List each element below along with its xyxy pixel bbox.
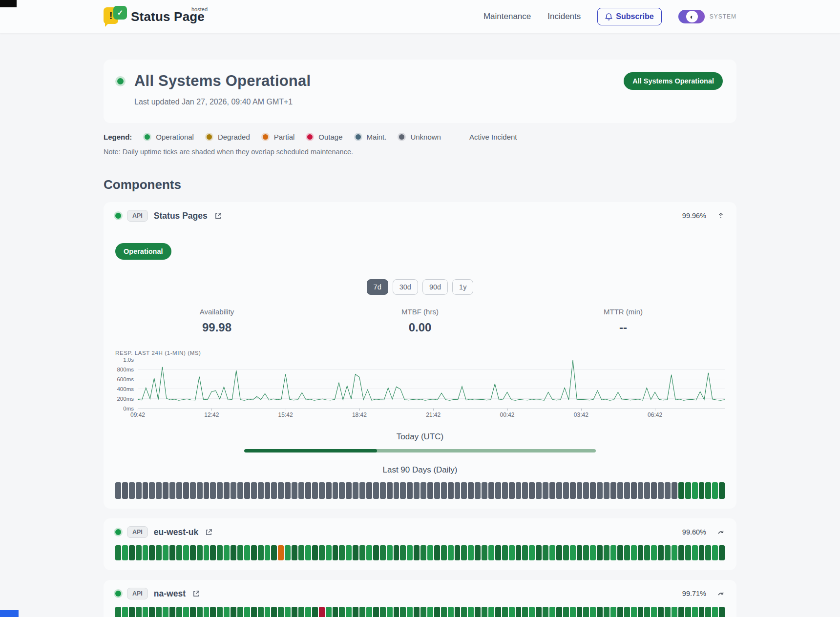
uptime-tick-operational[interactable] xyxy=(427,545,433,560)
uptime-tick-operational[interactable] xyxy=(359,545,365,560)
uptime-tick-unknown[interactable] xyxy=(441,482,447,499)
uptime-tick-unknown[interactable] xyxy=(305,482,311,499)
uptime-tick-unknown[interactable] xyxy=(394,482,399,499)
uptime-tick-operational[interactable] xyxy=(631,607,637,617)
uptime-tick-unknown[interactable] xyxy=(136,482,142,499)
brand-logo[interactable]: ! ✓ Status Page hosted xyxy=(104,6,205,27)
uptime-tick-operational[interactable] xyxy=(115,545,121,560)
uptime-tick-operational[interactable] xyxy=(712,545,718,560)
uptime-tick-operational[interactable] xyxy=(407,545,413,560)
uptime-tick-operational[interactable] xyxy=(590,545,596,560)
uptime-tick-operational[interactable] xyxy=(719,607,725,617)
uptime-tick-operational[interactable] xyxy=(509,545,515,560)
uptime-tick-unknown[interactable] xyxy=(516,482,522,499)
uptime-tick-operational[interactable] xyxy=(665,607,671,617)
uptime-tick-unknown[interactable] xyxy=(617,482,623,499)
uptime-tick-operational[interactable] xyxy=(353,607,358,617)
uptime-tick-operational[interactable] xyxy=(265,607,271,617)
uptime-tick-unknown[interactable] xyxy=(414,482,420,499)
uptime-tick-operational[interactable] xyxy=(237,545,243,560)
uptime-tick-operational[interactable] xyxy=(298,607,304,617)
uptime-tick-operational[interactable] xyxy=(326,607,332,617)
uptime-tick-operational[interactable] xyxy=(699,607,705,617)
range-button-7d[interactable]: 7d xyxy=(367,279,388,295)
uptime-tick-operational[interactable] xyxy=(163,545,168,560)
uptime-tick-operational[interactable] xyxy=(685,607,691,617)
uptime-tick-operational[interactable] xyxy=(237,607,243,617)
uptime-tick-operational[interactable] xyxy=(604,607,609,617)
range-button-90d[interactable]: 90d xyxy=(422,279,448,295)
uptime-tick-operational[interactable] xyxy=(563,545,569,560)
external-link-icon[interactable] xyxy=(205,529,212,536)
uptime-tick-operational[interactable] xyxy=(380,607,386,617)
uptime-tick-operational[interactable] xyxy=(163,607,168,617)
uptime-tick-unknown[interactable] xyxy=(665,482,671,499)
uptime-tick-operational[interactable] xyxy=(285,545,291,560)
uptime-tick-unknown[interactable] xyxy=(529,482,535,499)
uptime-tick-unknown[interactable] xyxy=(631,482,637,499)
uptime-tick-operational[interactable] xyxy=(610,545,616,560)
nav-link-maintenance[interactable]: Maintenance xyxy=(483,12,531,21)
uptime-tick-operational[interactable] xyxy=(482,607,487,617)
uptime-tick-operational[interactable] xyxy=(366,545,372,560)
uptime-tick-unknown[interactable] xyxy=(400,482,406,499)
uptime-tick-operational[interactable] xyxy=(326,545,332,560)
uptime-tick-operational[interactable] xyxy=(169,607,175,617)
uptime-tick-operational[interactable] xyxy=(258,607,264,617)
uptime-tick-unknown[interactable] xyxy=(475,482,481,499)
uptime-tick-operational[interactable] xyxy=(570,607,576,617)
uptime-tick-operational[interactable] xyxy=(583,545,589,560)
uptime-tick-unknown[interactable] xyxy=(549,482,555,499)
uptime-tick-operational[interactable] xyxy=(407,607,413,617)
uptime-tick-operational[interactable] xyxy=(705,482,711,499)
uptime-tick-unknown[interactable] xyxy=(258,482,264,499)
uptime-tick-operational[interactable] xyxy=(543,545,548,560)
uptime-tick-operational[interactable] xyxy=(631,545,637,560)
uptime-tick-unknown[interactable] xyxy=(169,482,175,499)
uptime-tick-operational[interactable] xyxy=(197,545,203,560)
uptime-tick-operational[interactable] xyxy=(651,607,657,617)
collapse-arrow-icon[interactable] xyxy=(717,212,725,220)
uptime-tick-unknown[interactable] xyxy=(197,482,203,499)
uptime-tick-operational[interactable] xyxy=(271,607,277,617)
uptime-tick-operational[interactable] xyxy=(665,545,671,560)
uptime-tick-operational[interactable] xyxy=(522,607,528,617)
uptime-tick-operational[interactable] xyxy=(244,607,250,617)
uptime-tick-operational[interactable] xyxy=(488,607,494,617)
uptime-tick-operational[interactable] xyxy=(346,607,352,617)
uptime-tick-operational[interactable] xyxy=(414,545,420,560)
uptime-tick-unknown[interactable] xyxy=(183,482,189,499)
uptime-tick-operational[interactable] xyxy=(210,545,216,560)
uptime-tick-operational[interactable] xyxy=(231,545,236,560)
uptime-tick-operational[interactable] xyxy=(149,545,155,560)
uptime-tick-operational[interactable] xyxy=(516,607,522,617)
uptime-tick-operational[interactable] xyxy=(251,607,257,617)
uptime-tick-unknown[interactable] xyxy=(387,482,393,499)
uptime-tick-unknown[interactable] xyxy=(339,482,345,499)
uptime-tick-operational[interactable] xyxy=(414,607,420,617)
uptime-tick-operational[interactable] xyxy=(685,545,691,560)
uptime-tick-operational[interactable] xyxy=(285,607,291,617)
uptime-tick-operational[interactable] xyxy=(597,607,603,617)
uptime-tick-operational[interactable] xyxy=(346,545,352,560)
uptime-tick-operational[interactable] xyxy=(319,545,325,560)
uptime-tick-operational[interactable] xyxy=(522,545,528,560)
expand-arrow-icon[interactable] xyxy=(717,528,725,536)
uptime-tick-outage[interactable] xyxy=(319,607,325,617)
uptime-tick-operational[interactable] xyxy=(705,545,711,560)
uptime-tick-operational[interactable] xyxy=(692,607,698,617)
uptime-tick-operational[interactable] xyxy=(400,545,406,560)
nav-link-incidents[interactable]: Incidents xyxy=(547,12,581,21)
uptime-tick-operational[interactable] xyxy=(420,607,426,617)
uptime-tick-operational[interactable] xyxy=(387,607,393,617)
uptime-tick-operational[interactable] xyxy=(543,607,548,617)
uptime-tick-operational[interactable] xyxy=(190,607,196,617)
uptime-tick-operational[interactable] xyxy=(556,545,562,560)
uptime-tick-operational[interactable] xyxy=(305,607,311,617)
uptime-tick-operational[interactable] xyxy=(244,545,250,560)
uptime-tick-operational[interactable] xyxy=(577,607,583,617)
uptime-tick-unknown[interactable] xyxy=(577,482,583,499)
uptime-tick-operational[interactable] xyxy=(359,607,365,617)
uptime-tick-operational[interactable] xyxy=(536,607,542,617)
uptime-tick-unknown[interactable] xyxy=(224,482,230,499)
